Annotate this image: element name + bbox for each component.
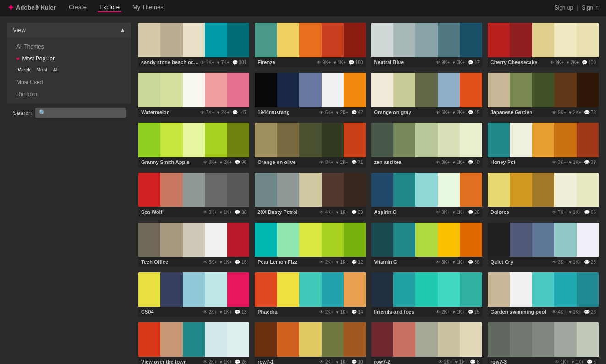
theme-info: zen and tea 👁 3K+ ♥ 1K+ 💬 40 (371, 157, 482, 167)
swatch (344, 23, 366, 57)
theme-card[interactable]: Sea Wolf 👁 3K+ ♥ 1K+ 💬 38 (138, 173, 249, 217)
nav-create[interactable]: Create (67, 3, 88, 12)
theme-card[interactable]: row7-2 👁 2K+ ♥ 1K+ 💬 8 (371, 322, 482, 364)
theme-card[interactable]: CS04 👁 2K+ ♥ 1K+ 💬 13 (138, 272, 249, 317)
theme-swatches (488, 322, 599, 357)
sidebar-filter-row: Week Mont All (7, 65, 131, 76)
theme-swatches (138, 322, 249, 357)
sidebar-item-mostpopular[interactable]: ♥ Most Popular (7, 53, 131, 65)
swatch (554, 23, 576, 57)
swatch (160, 173, 182, 207)
theme-card[interactable]: Orange on olive 👁 8K+ ♥ 2K+ 💬 71 (255, 123, 366, 167)
theme-card[interactable]: Japanese Garden 👁 9K+ ♥ 2K+ 💬 78 (488, 73, 599, 117)
theme-card[interactable]: Tech Office 👁 5K+ ♥ 1K+ 💬 18 (138, 223, 249, 267)
theme-card[interactable]: 28X Dusty Petrol 👁 4K+ ♥ 1K+ 💬 33 (255, 173, 366, 217)
theme-card[interactable]: Phaedra 👁 2K+ ♥ 1K+ 💬 14 (255, 272, 366, 317)
theme-card[interactable]: Orange on gray 👁 6K+ ♥ 2K+ 💬 45 (371, 73, 482, 117)
theme-info: Friends and foes 👁 2K+ ♥ 1K+ 💬 25 (371, 307, 482, 317)
comments-stat: 💬 18 (235, 260, 246, 265)
likes-stat: ♥ 1K+ (455, 359, 468, 364)
swatch (438, 223, 460, 257)
swatch (415, 123, 437, 157)
theme-card[interactable]: Granny Smith Apple 👁 8K+ ♥ 2K+ 💬 90 (138, 123, 249, 167)
likes-stat: ♥ 1K+ (572, 359, 584, 364)
theme-card[interactable]: row7-3 👁 1K+ ♥ 1K+ 💬 5 (488, 322, 599, 364)
swatch (138, 173, 160, 207)
swatch (299, 73, 321, 107)
theme-card[interactable]: sandy stone beach ocean diver 👁 9K+ ♥ 7K… (138, 23, 249, 67)
theme-swatches (371, 223, 482, 257)
theme-stats: 👁 8K+ ♥ 2K+ 💬 90 (203, 160, 247, 165)
theme-card[interactable]: Honey Pot 👁 3K+ ♥ 1K+ 💬 39 (488, 123, 599, 167)
swatch (488, 322, 510, 357)
swatch (299, 23, 321, 57)
theme-stats: 👁 2K+ ♥ 1K+ 💬 10 (319, 359, 363, 364)
theme-name: Watermelon (141, 109, 199, 115)
views-stat: 👁 2K+ (203, 310, 217, 315)
swatch (438, 272, 460, 307)
search-input[interactable] (35, 108, 126, 118)
theme-card[interactable]: Neutral Blue 👁 9K+ ♥ 3K+ 💬 47 (371, 23, 482, 67)
sidebar-header: View ▲ (7, 23, 131, 37)
theme-card[interactable]: Vitamin C 👁 3K+ ♥ 1K+ 💬 36 (371, 223, 482, 267)
likes-stat: ♥ 7K+ (217, 60, 229, 65)
theme-stats: 👁 3K+ ♥ 1K+ 💬 25 (552, 260, 596, 265)
views-stat: 👁 9K+ (552, 110, 566, 115)
theme-card[interactable]: Firenze 👁 9K+ ♥ 4K+ 💬 180 (255, 23, 366, 67)
theme-info: row7-3 👁 1K+ ♥ 1K+ 💬 5 (488, 357, 599, 364)
likes-stat: ♥ 1K+ (453, 210, 465, 215)
theme-card[interactable]: Garden swimming pool 👁 4K+ ♥ 1K+ 💬 23 (488, 272, 599, 317)
theme-name: Orange on gray (374, 109, 435, 115)
sidebar-item-random[interactable]: Random (7, 88, 131, 100)
comments-stat: 💬 66 (584, 210, 596, 215)
theme-swatches (138, 223, 249, 257)
swatch (183, 223, 205, 257)
likes-stat: ♥ 1K+ (220, 310, 232, 315)
theme-card[interactable]: Pear Lemon Fizz 👁 2K+ ♥ 1K+ 💬 12 (255, 223, 366, 267)
nav-mythemes[interactable]: My Themes (131, 3, 165, 12)
likes-stat: ♥ 2K+ (336, 160, 349, 165)
theme-card[interactable]: Friends and foes 👁 2K+ ♥ 1K+ 💬 25 (371, 272, 482, 317)
theme-card[interactable]: Quiet Cry 👁 3K+ ♥ 1K+ 💬 25 (488, 223, 599, 267)
swatch (160, 272, 182, 307)
swatch (183, 173, 205, 207)
swatch (393, 173, 415, 207)
swatch (277, 123, 299, 157)
sidebar-item-allthemes[interactable]: All Themes (7, 41, 131, 53)
comments-stat: 💬 100 (582, 60, 596, 65)
swatch (160, 73, 182, 107)
signin-link[interactable]: Sign in (582, 5, 599, 11)
signup-link[interactable]: Sign up (554, 5, 573, 11)
sidebar-item-mostused[interactable]: Most Used (7, 76, 131, 88)
filter-all[interactable]: All (51, 66, 60, 73)
theme-stats: 👁 9K+ ♥ 2K+ 💬 78 (552, 110, 596, 115)
theme-card[interactable]: Dolores 👁 7K+ ♥ 1K+ 💬 66 (488, 173, 599, 217)
swatch (488, 73, 510, 107)
collapse-icon[interactable]: ▲ (120, 27, 126, 33)
swatch (138, 322, 160, 357)
sidebar-search: Search (7, 104, 131, 121)
swatch (277, 272, 299, 307)
theme-card[interactable]: Watermelon 👁 7K+ ♥ 2K+ 💬 147 (138, 73, 249, 117)
theme-card[interactable]: 1944mustang 👁 6K+ ♥ 2K+ 💬 42 (255, 73, 366, 117)
theme-card[interactable]: zen and tea 👁 3K+ ♥ 1K+ 💬 40 (371, 123, 482, 167)
theme-card[interactable]: View over the town 👁 2K+ ♥ 1K+ 💬 26 (138, 322, 249, 364)
filter-week[interactable]: Week (16, 66, 32, 73)
comments-stat: 💬 8 (470, 359, 479, 364)
likes-stat: ♥ 1K+ (220, 210, 232, 215)
theme-name: Granny Smith Apple (141, 159, 202, 165)
theme-swatches (138, 123, 249, 157)
swatch (532, 173, 554, 207)
views-stat: 👁 2K+ (319, 359, 333, 364)
swatch (577, 23, 599, 57)
likes-stat: ♥ 2K+ (567, 60, 579, 65)
theme-card[interactable]: row7-1 👁 2K+ ♥ 1K+ 💬 10 (255, 322, 366, 364)
likes-stat: ♥ 1K+ (453, 160, 465, 165)
theme-card[interactable]: Aspirin C 👁 3K+ ♥ 1K+ 💬 26 (371, 173, 482, 217)
nav-explore[interactable]: Explore (98, 3, 121, 12)
theme-swatches (488, 123, 599, 157)
theme-card[interactable]: Cherry Cheesecake 👁 9K+ ♥ 2K+ 💬 100 (488, 23, 599, 67)
theme-name: 1944mustang (257, 109, 318, 115)
theme-swatches (255, 23, 366, 57)
filter-month[interactable]: Mont (35, 66, 49, 73)
